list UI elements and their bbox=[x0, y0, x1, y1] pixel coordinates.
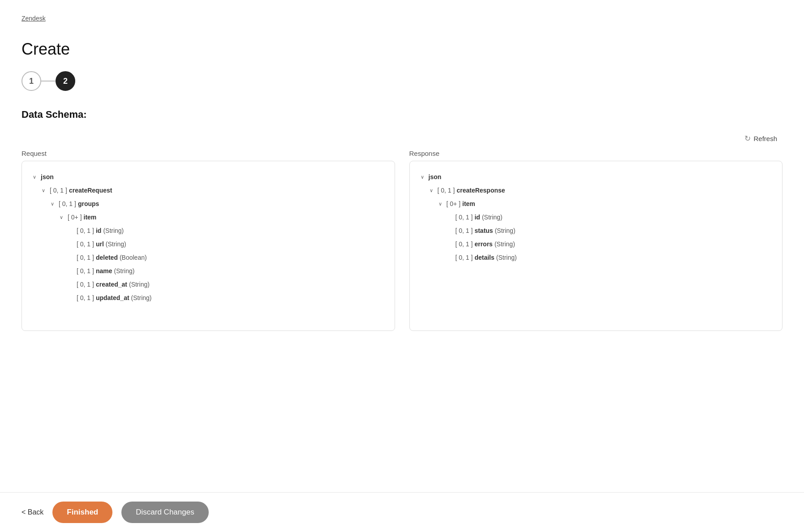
node-range: [ 0, 1 ] bbox=[77, 251, 94, 264]
node-key: updated_at bbox=[96, 292, 129, 304]
tree-row: [ 0, 1 ] updated_at (String) bbox=[33, 291, 384, 305]
node-key: url bbox=[96, 238, 104, 250]
step-2: 2 bbox=[56, 71, 75, 91]
finished-button[interactable]: Finished bbox=[52, 502, 112, 523]
node-key: deleted bbox=[96, 251, 118, 264]
node-key: createRequest bbox=[69, 184, 112, 197]
discard-changes-button[interactable]: Discard Changes bbox=[121, 502, 208, 523]
chevron-icon[interactable]: ∨ bbox=[42, 185, 48, 195]
tree-row[interactable]: ∨[ 0, 1 ] createRequest bbox=[33, 184, 384, 197]
section-title: Data Schema: bbox=[21, 109, 783, 120]
chevron-icon[interactable]: ∨ bbox=[439, 199, 445, 209]
node-key: createResponse bbox=[456, 184, 505, 197]
tree-row: [ 0, 1 ] created_at (String) bbox=[33, 278, 384, 291]
tree-row: [ 0, 1 ] deleted (Boolean) bbox=[33, 251, 384, 264]
chevron-icon[interactable]: ∨ bbox=[33, 172, 39, 182]
node-type: (String) bbox=[131, 292, 152, 304]
node-key: id bbox=[96, 224, 101, 237]
node-type: (String) bbox=[129, 278, 150, 291]
node-key: id bbox=[474, 211, 480, 223]
chevron-icon[interactable]: ∨ bbox=[421, 172, 427, 182]
tree-row[interactable]: ∨[ 0, 1 ] groups bbox=[33, 197, 384, 210]
node-type: (String) bbox=[496, 251, 517, 264]
node-type: (String) bbox=[114, 265, 135, 277]
tree-row[interactable]: ∨json bbox=[33, 170, 384, 184]
page-title: Create bbox=[21, 40, 783, 59]
node-type: (String) bbox=[482, 211, 503, 223]
node-key: name bbox=[96, 265, 112, 277]
node-key: groups bbox=[78, 197, 99, 210]
node-range: [ 0, 1 ] bbox=[456, 224, 473, 237]
chevron-icon[interactable]: ∨ bbox=[51, 199, 57, 209]
request-panel-label: Request bbox=[21, 150, 395, 157]
refresh-icon: ↻ bbox=[744, 134, 751, 143]
breadcrumb-link[interactable]: Zendesk bbox=[21, 15, 46, 22]
node-range: [ 0, 1 ] bbox=[438, 184, 455, 197]
tree-row: [ 0, 1 ] details (String) bbox=[421, 251, 772, 264]
tree-row: [ 0, 1 ] name (String) bbox=[33, 264, 384, 278]
node-type: (String) bbox=[103, 224, 124, 237]
node-range: [ 0+ ] bbox=[68, 211, 82, 223]
tree-row[interactable]: ∨json bbox=[421, 170, 772, 184]
node-key: status bbox=[474, 224, 493, 237]
chevron-icon[interactable]: ∨ bbox=[430, 185, 436, 195]
node-range: [ 0, 1 ] bbox=[77, 224, 94, 237]
back-button[interactable]: < Back bbox=[21, 508, 43, 516]
tree-row: [ 0, 1 ] url (String) bbox=[33, 237, 384, 251]
node-type: (String) bbox=[106, 238, 126, 250]
node-range: [ 0, 1 ] bbox=[77, 238, 94, 250]
node-type: (String) bbox=[495, 224, 516, 237]
node-type: (Boolean) bbox=[120, 251, 147, 264]
node-key: created_at bbox=[96, 278, 127, 291]
tree-row[interactable]: ∨[ 0, 1 ] createResponse bbox=[421, 184, 772, 197]
step-1: 1 bbox=[21, 71, 41, 91]
request-panel-box: ∨json∨[ 0, 1 ] createRequest∨[ 0, 1 ] gr… bbox=[21, 161, 395, 331]
tree-row[interactable]: ∨[ 0+ ] item bbox=[33, 210, 384, 224]
node-range: [ 0, 1 ] bbox=[456, 211, 473, 223]
node-range: [ 0, 1 ] bbox=[456, 251, 473, 264]
refresh-button[interactable]: ↻ Refresh bbox=[739, 131, 783, 146]
node-key: errors bbox=[474, 238, 492, 250]
response-panel: Response ∨json∨[ 0, 1 ] createResponse∨[… bbox=[409, 150, 783, 331]
node-range: [ 0, 1 ] bbox=[77, 278, 94, 291]
node-range: [ 0, 1 ] bbox=[59, 197, 76, 210]
schema-panels: Request ∨json∨[ 0, 1 ] createRequest∨[ 0… bbox=[21, 150, 783, 331]
response-panel-box: ∨json∨[ 0, 1 ] createResponse∨[ 0+ ] ite… bbox=[409, 161, 783, 331]
node-key: json bbox=[429, 171, 442, 183]
request-panel: Request ∨json∨[ 0, 1 ] createRequest∨[ 0… bbox=[21, 150, 395, 331]
node-range: [ 0+ ] bbox=[447, 197, 461, 210]
node-type: (String) bbox=[494, 238, 515, 250]
tree-row: [ 0, 1 ] id (String) bbox=[421, 210, 772, 224]
node-key: json bbox=[41, 171, 54, 183]
response-tree: ∨json∨[ 0, 1 ] createResponse∨[ 0+ ] ite… bbox=[421, 170, 772, 264]
response-panel-label: Response bbox=[409, 150, 783, 157]
node-key: item bbox=[84, 211, 97, 223]
stepper: 1 2 bbox=[21, 71, 783, 91]
node-range: [ 0, 1 ] bbox=[456, 238, 473, 250]
tree-row: [ 0, 1 ] errors (String) bbox=[421, 237, 772, 251]
node-range: [ 0, 1 ] bbox=[50, 184, 67, 197]
node-key: details bbox=[474, 251, 494, 264]
step-connector bbox=[41, 81, 56, 82]
footer: < Back Finished Discard Changes bbox=[0, 492, 804, 532]
node-key: item bbox=[462, 197, 475, 210]
node-range: [ 0, 1 ] bbox=[77, 265, 94, 277]
node-range: [ 0, 1 ] bbox=[77, 292, 94, 304]
request-tree: ∨json∨[ 0, 1 ] createRequest∨[ 0, 1 ] gr… bbox=[33, 170, 384, 305]
schema-header: ↻ Refresh bbox=[21, 131, 783, 146]
tree-row: [ 0, 1 ] status (String) bbox=[421, 224, 772, 237]
chevron-icon[interactable]: ∨ bbox=[60, 212, 66, 222]
tree-row[interactable]: ∨[ 0+ ] item bbox=[421, 197, 772, 210]
tree-row: [ 0, 1 ] id (String) bbox=[33, 224, 384, 237]
page-container: Zendesk Create 1 2 Data Schema: ↻ Refres… bbox=[0, 0, 804, 532]
